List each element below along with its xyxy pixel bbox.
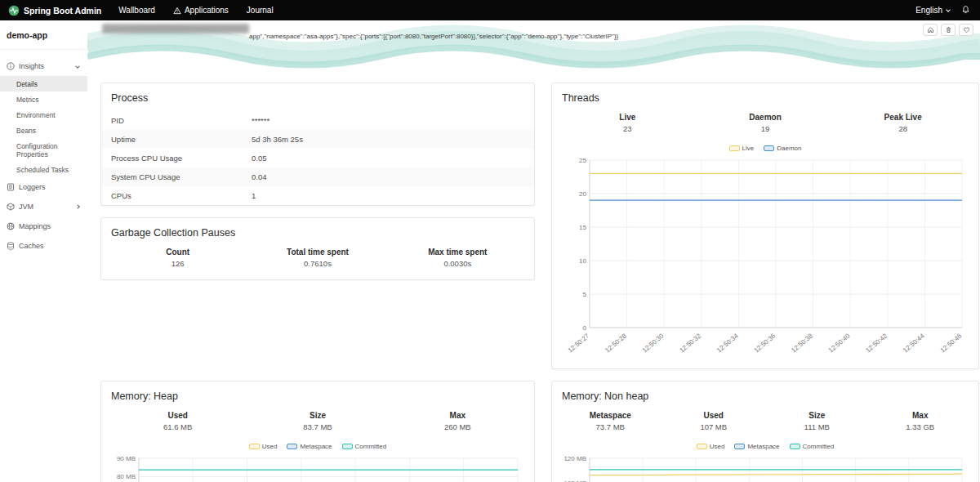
svg-text:12:50:38: 12:50:38	[790, 332, 814, 354]
notifications-button[interactable]	[956, 5, 980, 16]
process-table: PID ****** Uptime 5d 3h 36m 25s Process …	[101, 111, 534, 205]
heap-legend: Used Metaspace Committed	[101, 443, 534, 452]
legend-swatch	[287, 444, 297, 449]
nonheap-card-title: Memory: Non heap	[552, 382, 978, 409]
gc-stat-count: Count 126	[108, 248, 247, 268]
svg-text:12:50:42: 12:50:42	[864, 332, 889, 354]
gc-pauses-card: Garbage Collection Pauses Count 126 Tota…	[100, 217, 535, 280]
sidebar-item-jvm[interactable]: JVM	[0, 197, 87, 216]
legend-swatch	[729, 145, 740, 151]
favorite-button[interactable]	[959, 24, 973, 36]
svg-text:12:50:34: 12:50:34	[715, 332, 740, 354]
sidebar-item-environment[interactable]: Environment	[0, 107, 87, 123]
sidebar-item-details[interactable]: Details	[0, 76, 87, 91]
svg-text:5: 5	[583, 291, 587, 298]
gc-stat-max-time: Max time spent 0.0030s	[388, 248, 528, 268]
legend-swatch	[764, 145, 774, 151]
home-icon	[927, 26, 934, 33]
heart-icon	[963, 26, 970, 33]
legend-item: Live	[729, 145, 755, 152]
list-icon	[7, 183, 15, 191]
table-row: Uptime 5d 3h 36m 25s	[101, 130, 534, 149]
process-card: Process PID ****** Uptime 5d 3h 36m 25s …	[100, 83, 535, 206]
nonheap-stat-size: Size 111 MB	[765, 411, 869, 431]
main-content: Process PID ****** Uptime 5d 3h 36m 25s …	[87, 69, 980, 482]
nav-item-wallboard[interactable]: Wallboard	[109, 0, 164, 20]
sidebar-item-beans[interactable]: Beans	[0, 123, 87, 138]
svg-text:12:50:30: 12:50:30	[641, 332, 666, 354]
heap-stat-max: Max 260 MB	[388, 411, 528, 431]
nonheap-stat-metaspace: Metaspace 73.7 MB	[559, 411, 662, 431]
chevron-down-icon	[946, 7, 951, 12]
sidebar-item-configuration-properties[interactable]: Configuration Properties	[0, 138, 87, 162]
threads-stat-daemon: Daemon 19	[697, 113, 835, 133]
svg-text:12:50:36: 12:50:36	[753, 332, 777, 354]
sidebar-app-name: demo-app	[0, 20, 87, 50]
threads-legend: Live Daemon	[552, 145, 978, 154]
threads-card-title: Threads	[552, 83, 978, 111]
chevron-right-icon	[75, 204, 80, 209]
trash-icon	[945, 26, 952, 33]
table-row: Process CPU Usage 0.05	[101, 149, 534, 167]
svg-text:12:50:46: 12:50:46	[939, 332, 964, 354]
svg-text:120 MB: 120 MB	[564, 455, 586, 462]
sidebar-item-metrics[interactable]: Metrics	[0, 91, 87, 107]
gc-card-title: Garbage Collection Pauses	[101, 218, 534, 246]
sidebar-item-loggers[interactable]: Loggers	[0, 177, 87, 197]
threads-chart: 252015105012:50:2712:50:2812:50:3012:50:…	[560, 155, 970, 364]
nav-item-applications[interactable]: Applications	[164, 0, 238, 20]
language-selector[interactable]: English	[909, 6, 956, 15]
legend-item: Metaspace	[734, 443, 779, 450]
spring-boot-admin-logo-icon	[8, 5, 20, 16]
legend-swatch	[249, 444, 260, 449]
globe-icon	[7, 222, 15, 230]
brand[interactable]: Spring Boot Admin	[0, 5, 109, 16]
legend-swatch	[790, 444, 800, 449]
legend-swatch	[734, 444, 745, 449]
memory-nonheap-chart: 120 MB100 MB80 MB	[560, 453, 970, 482]
svg-text:10: 10	[579, 257, 586, 265]
nonheap-stat-max: Max 1.33 GB	[869, 411, 973, 431]
legend-item: Daemon	[764, 145, 801, 152]
database-icon	[7, 242, 15, 250]
svg-text:12:50:40: 12:50:40	[827, 332, 852, 354]
sidebar-item-mappings[interactable]: Mappings	[0, 216, 87, 236]
svg-text:20: 20	[579, 190, 586, 198]
threads-card: Threads Live 23 Daemon 19 Peak Live 28	[551, 83, 979, 369]
chevron-down-icon	[75, 64, 80, 69]
legend-item: Metaspace	[287, 443, 332, 450]
nonheap-stat-used: Used 107 MB	[662, 411, 766, 431]
legend-item: Used	[697, 443, 725, 450]
redacted-instance-url	[102, 24, 249, 33]
sidebar-item-scheduled-tasks[interactable]: Scheduled Tasks	[0, 162, 87, 177]
nav-item-journal[interactable]: Journal	[238, 0, 283, 20]
svg-text:0: 0	[583, 324, 587, 332]
top-navbar: Spring Boot Admin Wallboard Applications…	[0, 0, 980, 20]
svg-text:80 MB: 80 MB	[117, 473, 136, 480]
legend-item: Used	[249, 443, 278, 450]
legend-item: Committed	[790, 443, 835, 450]
memory-heap-chart: 90 MB80 MB70 MB60 MB50 MB	[109, 453, 526, 482]
brand-title: Spring Boot Admin	[24, 6, 101, 16]
nonheap-legend: Used Metaspace Committed	[552, 443, 978, 452]
svg-text:12:50:27: 12:50:27	[567, 332, 591, 354]
svg-text:90 MB: 90 MB	[117, 455, 136, 462]
delete-button[interactable]	[941, 24, 956, 36]
legend-swatch	[697, 444, 707, 449]
instance-header: app","namespace":"asa-apps"},"spec":{"po…	[87, 20, 980, 69]
table-row: CPUs 1	[101, 186, 534, 205]
process-card-title: Process	[101, 83, 534, 111]
heap-card-title: Memory: Heap	[101, 382, 534, 409]
home-button[interactable]	[923, 24, 938, 36]
svg-text:100 MB: 100 MB	[564, 480, 586, 482]
sidebar: demo-app Insights Details Metrics Enviro…	[0, 20, 87, 482]
bell-icon	[961, 5, 970, 16]
svg-text:25: 25	[579, 157, 586, 164]
heap-stat-used: Used 61.6 MB	[108, 411, 247, 431]
svg-text:12:50:28: 12:50:28	[604, 332, 628, 354]
table-row: System CPU Usage 0.04	[101, 167, 534, 186]
table-row: PID ******	[101, 111, 534, 130]
sidebar-item-caches[interactable]: Caches	[0, 236, 87, 256]
sidebar-item-insights[interactable]: Insights	[0, 56, 87, 76]
memory-nonheap-card: Memory: Non heap Metaspace 73.7 MB Used …	[551, 381, 979, 482]
